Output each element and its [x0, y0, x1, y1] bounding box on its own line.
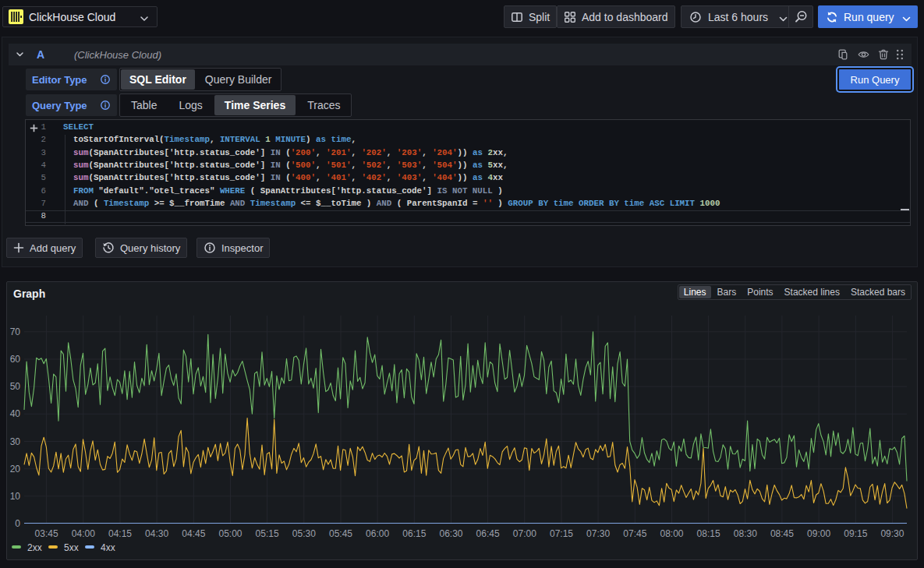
svg-text:60: 60	[10, 354, 21, 365]
svg-text:04:30: 04:30	[145, 528, 168, 539]
svg-text:08:30: 08:30	[734, 528, 757, 539]
svg-text:07:00: 07:00	[513, 528, 536, 539]
svg-text:07:30: 07:30	[586, 528, 610, 539]
svg-text:08:15: 08:15	[697, 528, 720, 539]
svg-text:05:30: 05:30	[292, 528, 316, 539]
svg-text:30: 30	[10, 436, 21, 447]
svg-text:10: 10	[10, 491, 21, 502]
svg-text:09:30: 09:30	[880, 528, 904, 539]
svg-text:70: 70	[10, 326, 21, 337]
svg-text:06:30: 06:30	[439, 528, 462, 539]
svg-text:05:45: 05:45	[329, 528, 352, 539]
svg-text:04:00: 04:00	[72, 528, 95, 539]
svg-text:07:15: 07:15	[550, 528, 573, 539]
svg-text:06:45: 06:45	[476, 528, 500, 539]
svg-text:0: 0	[15, 518, 20, 529]
svg-text:05:00: 05:00	[218, 528, 242, 539]
svg-text:4xx: 4xx	[101, 542, 115, 553]
svg-text:06:00: 06:00	[366, 528, 389, 539]
svg-text:09:15: 09:15	[844, 528, 867, 539]
svg-text:50: 50	[10, 381, 21, 392]
svg-text:04:45: 04:45	[182, 528, 205, 539]
svg-text:09:00: 09:00	[807, 528, 830, 539]
svg-text:08:00: 08:00	[660, 528, 683, 539]
svg-text:06:15: 06:15	[402, 528, 426, 539]
svg-text:20: 20	[10, 464, 21, 475]
svg-text:03:45: 03:45	[35, 528, 58, 539]
svg-text:5xx: 5xx	[64, 542, 79, 553]
svg-text:05:15: 05:15	[256, 528, 279, 539]
svg-text:07:45: 07:45	[623, 528, 646, 539]
svg-text:04:15: 04:15	[108, 528, 132, 539]
svg-text:2xx: 2xx	[27, 542, 42, 553]
svg-text:08:45: 08:45	[770, 528, 794, 539]
svg-text:40: 40	[10, 408, 21, 419]
